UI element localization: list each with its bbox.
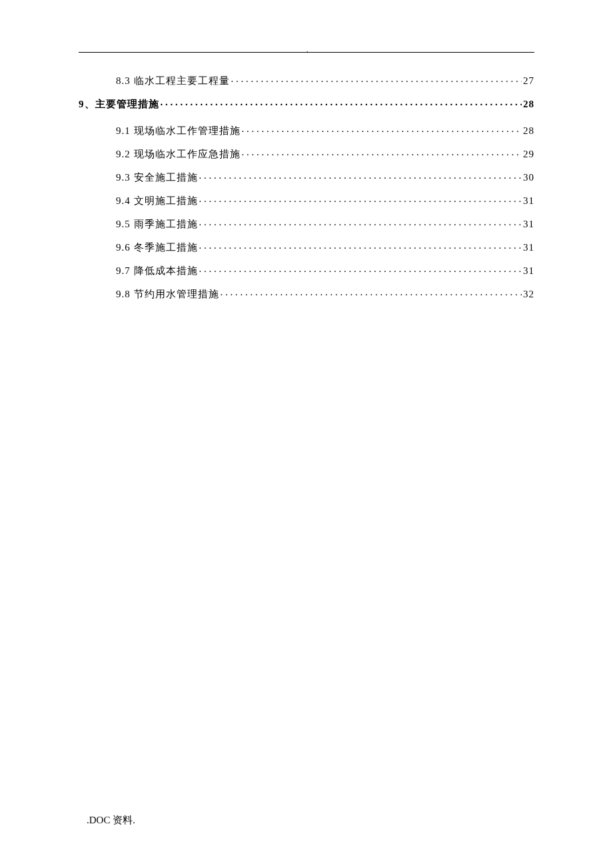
toc-entry: 9.4 文明施工措施31: [116, 194, 534, 206]
toc-entry: 9.5 雨季施工措施31: [116, 217, 534, 229]
toc-entry-page: 28: [523, 99, 534, 109]
toc-entry-label: 8.3 临水工程主要工程量: [116, 76, 230, 86]
toc-leader-dots: [161, 97, 522, 107]
toc-leader-dots: [199, 194, 522, 204]
toc-entry-page: 27: [523, 76, 534, 86]
toc-entry-page: 31: [523, 196, 534, 206]
toc-leader-dots: [199, 264, 522, 274]
toc-entry-page: 29: [523, 149, 534, 159]
toc-leader-dots: [231, 74, 522, 84]
toc-entry-label: 9.3 安全施工措施: [116, 173, 198, 183]
toc-entry-page: 31: [523, 219, 534, 229]
toc-entry: 9.1 现场临水工作管理措施28: [116, 124, 534, 136]
toc-leader-dots: [221, 287, 522, 297]
toc-entry: 9.2 现场临水工作应急措施29: [116, 147, 534, 159]
toc-entry-page: 31: [523, 266, 534, 276]
toc-entry-label: 9.5 雨季施工措施: [116, 219, 198, 229]
toc-entry: 9.8 节约用水管理措施32: [116, 287, 534, 299]
toc-entry-label: 9.4 文明施工措施: [116, 196, 198, 206]
document-page: . 8.3 临水工程主要工程量279、主要管理措施289.1 现场临水工作管理措…: [0, 0, 613, 299]
page-footer: .DOC 资料.: [87, 814, 135, 827]
toc-entry-label: 9.2 现场临水工作应急措施: [116, 149, 241, 159]
footer-text: .DOC 资料.: [87, 815, 135, 825]
header-dot: .: [306, 46, 308, 53]
toc-entry-label: 9、主要管理措施: [79, 99, 159, 109]
toc-entry-page: 30: [523, 173, 534, 183]
toc-leader-dots: [199, 171, 522, 181]
toc-entry-label: 9.6 冬季施工措施: [116, 243, 198, 253]
toc-leader-dots: [242, 147, 522, 157]
toc-entry-label: 9.7 降低成本措施: [116, 266, 198, 276]
toc-entry-page: 28: [523, 126, 534, 136]
toc-entry: 9、主要管理措施28: [79, 97, 534, 109]
toc-entry-page: 32: [523, 289, 534, 299]
toc-leader-dots: [242, 124, 522, 134]
toc-entry-label: 9.1 现场临水工作管理措施: [116, 126, 241, 136]
toc-leader-dots: [199, 217, 522, 227]
toc-entry: 8.3 临水工程主要工程量27: [116, 74, 534, 86]
toc-leader-dots: [199, 241, 522, 251]
toc-entry: 9.3 安全施工措施30: [116, 171, 534, 183]
toc-entry: 9.7 降低成本措施31: [116, 264, 534, 276]
toc-entry: 9.6 冬季施工措施31: [116, 241, 534, 253]
toc-entry-label: 9.8 节约用水管理措施: [116, 289, 219, 299]
toc-entry-page: 31: [523, 243, 534, 253]
header-rule: .: [79, 52, 534, 53]
table-of-contents: 8.3 临水工程主要工程量279、主要管理措施289.1 现场临水工作管理措施2…: [79, 74, 534, 299]
